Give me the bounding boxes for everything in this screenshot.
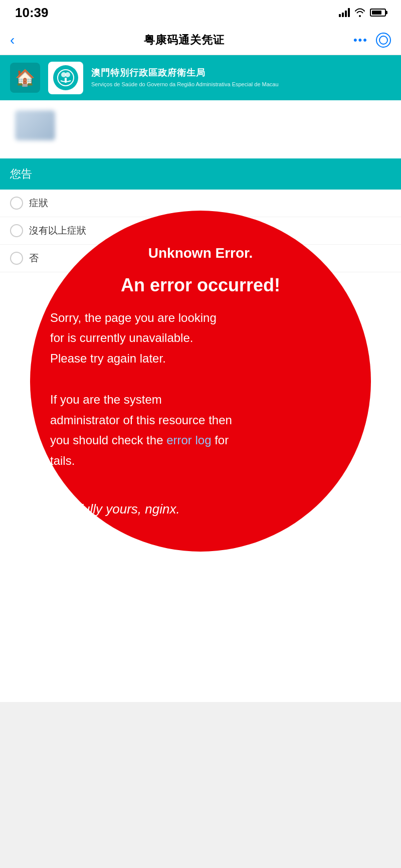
error-overlay: Unknown Error. An error occurred! Sorry,… bbox=[30, 211, 371, 552]
svg-point-2 bbox=[65, 72, 70, 77]
signal-icon bbox=[339, 8, 350, 17]
more-options-button[interactable]: ••• bbox=[353, 34, 368, 47]
svg-rect-3 bbox=[65, 78, 67, 83]
header-main-text: 澳門特別行政區政府衛生局 bbox=[91, 67, 391, 79]
logo-icon bbox=[53, 65, 78, 90]
error-content: Unknown Error. An error occurred! Sorry,… bbox=[30, 222, 371, 540]
error-unknown-title: Unknown Error. bbox=[50, 242, 351, 265]
symptom-label: 症狀 bbox=[29, 197, 48, 210]
home-icon[interactable]: 🏠 bbox=[10, 63, 40, 93]
avatar bbox=[15, 110, 55, 140]
no-checkbox[interactable] bbox=[10, 252, 23, 265]
status-time: 10:39 bbox=[15, 5, 49, 21]
header-banner: 🏠 澳門特別行政區政府衛生局 Serviços de Saúde do Gove… bbox=[0, 55, 401, 100]
back-button[interactable]: ‹ bbox=[10, 32, 15, 48]
page-title: 粤康码通关凭证 bbox=[144, 33, 225, 48]
status-bar: 10:39 bbox=[0, 0, 401, 25]
header-sub-text: Serviços de Saúde do Governo da Região A… bbox=[91, 81, 391, 88]
wifi-icon bbox=[354, 8, 366, 17]
status-icons bbox=[339, 8, 386, 17]
scan-button[interactable] bbox=[376, 33, 391, 48]
error-body-text: Sorry, the page you are looking for is c… bbox=[50, 308, 351, 520]
avatar-row bbox=[15, 110, 386, 140]
form-area bbox=[0, 100, 401, 158]
medical-logo-svg bbox=[57, 69, 75, 87]
error-main-title: An error occurred! bbox=[50, 271, 351, 300]
form-header-section: 您告 bbox=[0, 158, 401, 190]
symptom-checkbox[interactable] bbox=[10, 197, 23, 210]
battery-icon bbox=[370, 9, 386, 17]
nav-actions: ••• bbox=[353, 33, 391, 48]
no-symptom-checkbox[interactable] bbox=[10, 224, 23, 237]
logo-container bbox=[48, 62, 83, 94]
header-text-block: 澳門特別行政區政府衛生局 Serviços de Saúde do Govern… bbox=[91, 67, 391, 88]
error-signature: Faithfully yours, nginx. bbox=[50, 498, 351, 520]
nav-bar: ‹ 粤康码通关凭证 ••• bbox=[0, 25, 401, 55]
main-content: 您告 症狀 沒有以上症狀 否 Unknown Error. An error o… bbox=[0, 100, 401, 702]
error-log-link[interactable]: error log bbox=[166, 433, 211, 447]
